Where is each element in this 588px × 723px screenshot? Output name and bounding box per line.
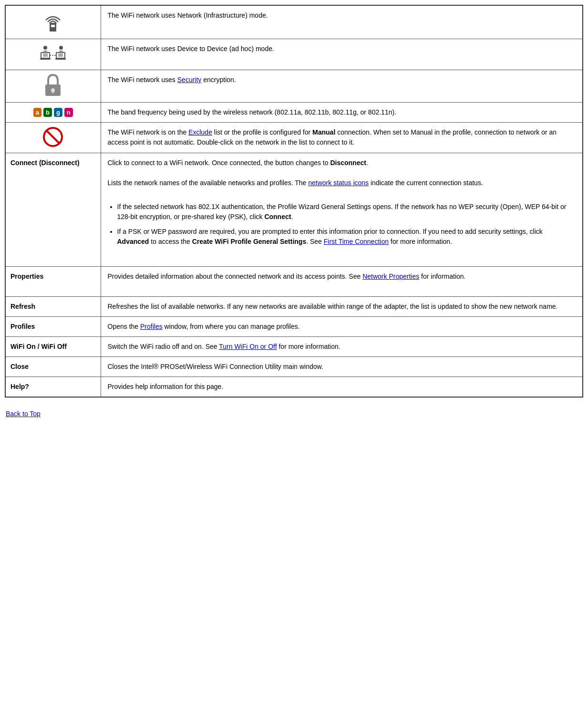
svg-rect-5 (43, 53, 48, 57)
connect-bullet2: If a PSK or WEP password are required, y… (117, 227, 576, 247)
security-lock-icon (43, 74, 62, 98)
connect-bullet1: If the selected network has 802.1X authe… (117, 202, 576, 222)
svg-rect-1 (51, 25, 55, 27)
properties-label-cell: Properties (5, 267, 101, 297)
help-label-cell: Help? (5, 377, 101, 398)
exclude-link[interactable]: Exclude (188, 128, 212, 136)
infrastructure-text: The WiFi network uses Network (Infrastru… (108, 11, 268, 19)
network-properties-link[interactable]: Network Properties (362, 272, 419, 280)
infrastructure-icon (41, 10, 65, 35)
refresh-label: Refresh (10, 303, 35, 310)
profiles-text-before: Opens the (108, 323, 141, 330)
connect-label: Connect (Disconnect) (10, 159, 80, 167)
wifi-on-off-label-cell: WiFi On / WiFi Off (5, 337, 101, 357)
exclude-icon (42, 141, 63, 149)
security-link[interactable]: Security (177, 76, 202, 84)
adhoc-icon (40, 43, 66, 66)
security-text-after: encryption. (201, 76, 236, 84)
close-label-cell: Close (5, 357, 101, 377)
wifi-on-off-description: Switch the WiFi radio off and on. See Tu… (101, 337, 583, 357)
wifi-on-off-label: WiFi On / WiFi Off (10, 343, 67, 350)
help-text: Provides help information for this page. (108, 383, 224, 390)
connect-bullets: If the selected network has 802.1X authe… (117, 202, 576, 247)
table-row: Refresh Refreshes the list of available … (5, 297, 583, 317)
table-row: Connect (Disconnect) Click to connect to… (5, 153, 583, 267)
table-row: Help? Provides help information for this… (5, 377, 583, 398)
table-row: Profiles Opens the Profiles window, from… (5, 317, 583, 337)
infrastructure-description: The WiFi network uses Network (Infrastru… (101, 5, 583, 39)
infrastructure-icon-cell (5, 5, 101, 39)
security-icon-cell (5, 70, 101, 103)
band-b-icon: b (43, 108, 52, 117)
profiles-description: Opens the Profiles window, from where yo… (101, 317, 583, 337)
profiles-label: Profiles (10, 323, 35, 330)
main-table: The WiFi network uses Network (Infrastru… (5, 5, 583, 398)
svg-rect-9 (58, 53, 63, 57)
band-n-icon: n (64, 108, 73, 117)
table-row: The WiFi network uses Security encryptio… (5, 70, 583, 103)
profiles-link[interactable]: Profiles (140, 323, 163, 330)
turn-wifi-link[interactable]: Turn WiFi On or Off (219, 343, 277, 350)
connect-label-cell: Connect (Disconnect) (5, 153, 101, 267)
svg-point-2 (52, 23, 54, 25)
band-description: The band frequency being used by the wir… (101, 103, 583, 123)
security-text-before: The WiFi network uses (108, 76, 177, 84)
exclude-text-before: The WiFi network is on the (108, 128, 189, 136)
band-text: The band frequency being used by the wir… (108, 108, 397, 116)
band-a-icon: a (33, 108, 41, 117)
close-description: Closes the Intel® PROSet/Wireless WiFi C… (101, 357, 583, 377)
table-row: Close Closes the Intel® PROSet/Wireless … (5, 357, 583, 377)
band-icons: a b g n (10, 108, 96, 117)
connect-para2: Lists the network names of the available… (108, 178, 576, 188)
close-text: Closes the Intel® PROSet/Wireless WiFi C… (108, 363, 323, 370)
table-row: a b g n The band frequency being used by… (5, 103, 583, 123)
wifi-on-off-text-before: Switch the WiFi radio off and on. See (108, 343, 219, 350)
network-status-icons-link[interactable]: network status icons (308, 179, 369, 187)
svg-rect-4 (40, 58, 51, 60)
exclude-icon-cell (5, 123, 101, 153)
adhoc-icon-cell (5, 39, 101, 70)
first-time-connection-link[interactable]: First Time Connection (324, 238, 389, 245)
profiles-text-after: window, from where you can manage profil… (163, 323, 300, 330)
page-container: The WiFi network uses Network (Infrastru… (0, 0, 588, 435)
help-label: Help? (10, 383, 29, 390)
table-row: WiFi On / WiFi Off Switch the WiFi radio… (5, 337, 583, 357)
adhoc-description: The WiFi network uses Device to Device (… (101, 39, 583, 70)
properties-label: Properties (10, 272, 43, 280)
connect-para1: Click to connect to a WiFi network. Once… (108, 158, 576, 168)
back-to-top-link[interactable]: Back to Top (6, 410, 41, 418)
table-row: Properties Provides detailed information… (5, 267, 583, 297)
profiles-label-cell: Profiles (5, 317, 101, 337)
refresh-label-cell: Refresh (5, 297, 101, 317)
svg-rect-8 (55, 58, 66, 60)
properties-description: Provides detailed information about the … (101, 267, 583, 297)
table-row: The WiFi network uses Network (Infrastru… (5, 5, 583, 39)
band-g-icon: g (54, 108, 62, 117)
connect-description: Click to connect to a WiFi network. Once… (101, 153, 583, 267)
svg-point-11 (59, 46, 63, 50)
wifi-on-off-text-after: for more information. (277, 343, 340, 350)
help-description: Provides help information for this page. (101, 377, 583, 398)
svg-rect-14 (52, 90, 54, 93)
properties-text: Provides detailed information about the … (108, 272, 576, 282)
refresh-description: Refreshes the list of available networks… (101, 297, 583, 317)
adhoc-text: The WiFi network uses Device to Device (… (108, 45, 274, 52)
svg-point-10 (43, 46, 47, 50)
back-to-top-container: Back to Top (5, 407, 583, 420)
refresh-text: Refreshes the list of available networks… (108, 303, 558, 310)
table-row: The WiFi network is on the Exclude list … (5, 123, 583, 153)
security-description: The WiFi network uses Security encryptio… (101, 70, 583, 103)
table-row: The WiFi network uses Device to Device (… (5, 39, 583, 70)
close-label: Close (10, 363, 29, 370)
band-icon-cell: a b g n (5, 103, 101, 123)
exclude-description: The WiFi network is on the Exclude list … (101, 123, 583, 153)
